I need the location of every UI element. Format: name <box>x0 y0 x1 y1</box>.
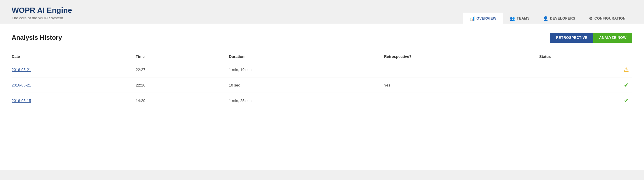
table-row: 2016-05-2122:271 min, 19 sec⚠ <box>12 62 632 77</box>
date-link[interactable]: 2016-05-21 <box>12 68 31 72</box>
col-header-date: Date <box>12 51 136 62</box>
col-header-retrospective: Retrospective? <box>384 51 539 62</box>
cell-retrospective: Yes <box>384 77 539 93</box>
analyze-now-button[interactable]: ANALYZE NOW <box>593 33 632 43</box>
tab-configuration-label: CONFIGURATION <box>594 16 626 20</box>
page-header: WOPR AI Engine The core of the WOPR syst… <box>0 0 644 24</box>
section-title: Analysis History <box>12 34 62 41</box>
retrospective-button[interactable]: RETROSPECTIVE <box>550 33 593 43</box>
teams-icon <box>510 16 515 21</box>
action-buttons: RETROSPECTIVE ANALYZE NOW <box>550 33 632 43</box>
table-row: 2016-05-1514:201 min, 25 sec✔ <box>12 93 632 108</box>
check-icon: ✔ <box>624 82 629 89</box>
cell-time: 14:20 <box>136 93 229 108</box>
app-branding: WOPR AI Engine The core of the WOPR syst… <box>12 6 72 24</box>
tab-teams[interactable]: TEAMS <box>503 13 536 24</box>
app-title: WOPR AI Engine <box>12 6 72 15</box>
table-row: 2016-05-2122:2610 secYes✔ <box>12 77 632 93</box>
tab-developers[interactable]: DEVELOPERS <box>536 13 582 24</box>
check-icon: ✔ <box>624 97 629 104</box>
cell-status: ✔ <box>539 77 632 93</box>
cell-date: 2016-05-15 <box>12 93 136 108</box>
tab-teams-label: TEAMS <box>517 16 530 20</box>
cell-retrospective <box>384 62 539 77</box>
content-header: Analysis History RETROSPECTIVE ANALYZE N… <box>12 33 632 43</box>
cell-duration: 10 sec <box>229 77 384 93</box>
tab-developers-label: DEVELOPERS <box>550 16 575 20</box>
main-nav: OVERVIEW TEAMS DEVELOPERS CONFIGURATION <box>463 13 632 24</box>
cell-retrospective <box>384 93 539 108</box>
tab-configuration[interactable]: CONFIGURATION <box>582 13 632 24</box>
cell-date: 2016-05-21 <box>12 77 136 93</box>
col-header-status: Status <box>539 51 632 62</box>
col-header-time: Time <box>136 51 229 62</box>
tab-overview[interactable]: OVERVIEW <box>463 13 503 24</box>
col-header-duration: Duration <box>229 51 384 62</box>
tab-overview-label: OVERVIEW <box>477 16 496 20</box>
cell-duration: 1 min, 25 sec <box>229 93 384 108</box>
bar-chart-icon <box>470 16 475 21</box>
date-link[interactable]: 2016-05-21 <box>12 83 31 87</box>
cell-time: 22:26 <box>136 77 229 93</box>
cell-duration: 1 min, 19 sec <box>229 62 384 77</box>
developer-icon <box>543 16 548 21</box>
date-link[interactable]: 2016-05-15 <box>12 98 31 103</box>
cell-time: 22:27 <box>136 62 229 77</box>
content-area: Analysis History RETROSPECTIVE ANALYZE N… <box>0 24 644 170</box>
cell-status: ⚠ <box>539 62 632 77</box>
gear-icon <box>589 16 593 21</box>
table-header-row: Date Time Duration Retrospective? Status <box>12 51 632 62</box>
cell-status: ✔ <box>539 93 632 108</box>
cell-date: 2016-05-21 <box>12 62 136 77</box>
app-subtitle: The core of the WOPR system. <box>12 16 72 20</box>
warning-icon: ⚠ <box>624 66 629 73</box>
analysis-history-table: Date Time Duration Retrospective? Status… <box>12 51 632 108</box>
